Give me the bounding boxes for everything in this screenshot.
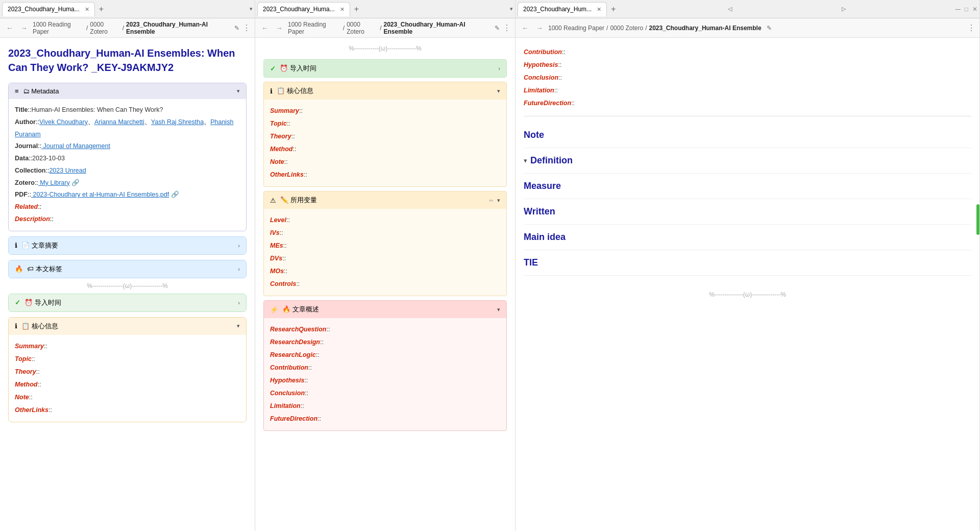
back-button-1[interactable]: ←: [4, 23, 15, 33]
breadcrumb-2-part-2: 0000 Zotero: [347, 21, 378, 35]
divider-1: %---------------(ω)---------------%: [8, 282, 247, 289]
p2-var-body: Level:: IVs:: MEs:: DVs:: MOs:: Controls…: [264, 209, 506, 296]
panel-2-content: %------------(ω)--------------% ✓ ⏰ 导入时间…: [255, 38, 515, 531]
nav-item-definition[interactable]: Definition: [530, 155, 573, 166]
tab-chevron-2[interactable]: ▾: [510, 6, 513, 12]
p2-summary-header[interactable]: ⚡ 🔥 文章概述 ▾: [264, 301, 506, 318]
core-chevron[interactable]: ▾: [237, 323, 240, 329]
tags-chevron[interactable]: ›: [238, 266, 240, 272]
import-header[interactable]: ✓ ⏰ 导入时间 ›: [9, 294, 246, 311]
scrollbar-thumb[interactable]: [976, 204, 979, 235]
p2-var-header[interactable]: ⚠ ✏️ 所用变量 ⇔ ▾: [264, 191, 506, 209]
more-button-2[interactable]: ⋮: [503, 23, 511, 33]
p2-import-chevron[interactable]: ›: [498, 65, 500, 71]
p2-field-summary: Summary::: [270, 105, 500, 117]
meta-pdf: PDF:: 2023-Choudhary et al-Human-AI Ense…: [15, 189, 240, 201]
core-section: ℹ 📋 核心信息 ▾ Summary:: Topic:: Theory:: Me…: [8, 317, 247, 422]
forward-button-2[interactable]: →: [274, 23, 285, 33]
tab-1-label: 2023_Choudhary_Huma...: [8, 6, 80, 13]
address-bar-3: ← → 1000 Reading Paper / 0000 Zotero / 2…: [516, 18, 979, 38]
tags-label: 🏷 本文标签: [27, 264, 62, 274]
p2-field-otherlinks: OtherLinks::: [270, 168, 500, 181]
nav-item-main-idea[interactable]: Main idea: [524, 225, 971, 250]
meta-desc: Description::: [15, 213, 240, 226]
breadcrumb-1: 1000 Reading Paper / 0000 Zotero / 2023_…: [33, 21, 229, 35]
tab-2[interactable]: 2023_Choudhary_Huma... ✕: [257, 2, 350, 16]
edit-icon-2[interactable]: ✎: [495, 25, 500, 32]
breadcrumb-current-1: 2023_Choudhary_Human-AI Ensemble: [126, 21, 229, 35]
abstract-chevron[interactable]: ›: [238, 243, 240, 249]
p2-check-icon: ✓: [270, 65, 276, 73]
abstract-section: ℹ 📄 文章摘要 ›: [8, 236, 247, 255]
tags-header[interactable]: 🔥 🏷 本文标签 ›: [9, 260, 246, 278]
p2-import-header[interactable]: ✓ ⏰ 导入时间 ›: [264, 60, 506, 77]
tab-3-close[interactable]: ✕: [597, 6, 601, 13]
edit-icon-3[interactable]: ✎: [767, 25, 772, 32]
tab-chevron-3-r[interactable]: ▷: [842, 6, 846, 12]
maximize-btn[interactable]: □: [965, 6, 968, 13]
core-info-icon: ℹ: [15, 322, 17, 330]
close-btn[interactable]: ✕: [972, 6, 977, 13]
p2-field-rd: ResearchDesign::: [270, 336, 500, 349]
tab-chevron-3-l[interactable]: ◁: [728, 6, 732, 12]
meta-collection: Collection::2023 Unread: [15, 165, 240, 177]
meta-title: Title::Human-AI Ensembles: When Can They…: [15, 104, 240, 116]
import-chevron[interactable]: ›: [238, 300, 240, 306]
metadata-header[interactable]: ≡ 🗂 Metadata ▾: [9, 83, 246, 99]
tab-chevron-1[interactable]: ▾: [250, 6, 253, 12]
forward-button-3[interactable]: →: [534, 23, 545, 33]
new-tab-button-1[interactable]: +: [97, 5, 106, 14]
tab-1-close[interactable]: ✕: [85, 6, 89, 13]
core-header[interactable]: ℹ 📋 核心信息 ▾: [9, 318, 246, 335]
tab-3[interactable]: 2023_Choudhary_Hum... ✕: [518, 2, 607, 16]
tab-2-close[interactable]: ✕: [340, 6, 345, 13]
nav-item-note[interactable]: Note: [524, 123, 971, 148]
core-body: Summary:: Topic:: Theory:: Method:: Note…: [9, 335, 246, 422]
definition-collapse-icon[interactable]: ▾: [524, 157, 527, 164]
list-icon: ≡: [15, 87, 19, 95]
p2-field-lim: Limitation::: [270, 400, 500, 413]
forward-button-1[interactable]: →: [18, 23, 30, 33]
nav-item-written[interactable]: Written: [524, 199, 971, 224]
info-icon: ℹ: [15, 242, 17, 249]
metadata-chevron[interactable]: ▾: [237, 88, 240, 94]
more-button-3[interactable]: ⋮: [967, 23, 975, 33]
p2-var-chevron[interactable]: ▾: [497, 197, 500, 204]
meta-author: Author::Vivek Choudhary、Arianna Marchett…: [15, 116, 240, 141]
field-summary: Summary::: [15, 340, 240, 353]
p2-core-chevron[interactable]: ▾: [497, 88, 500, 94]
address-bar-1: ← → 1000 Reading Paper / 0000 Zotero / 2…: [0, 18, 255, 38]
metadata-body: Title::Human-AI Ensembles: When Can They…: [9, 99, 246, 231]
p2-summary-label: 🔥 文章概述: [282, 305, 319, 314]
tab-3-label: 2023_Choudhary_Hum...: [523, 6, 592, 13]
back-button-3[interactable]: ←: [520, 23, 531, 33]
back-button-2[interactable]: ←: [259, 23, 271, 33]
abstract-label: 📄 文章摘要: [21, 241, 58, 250]
nav-item-measure[interactable]: Measure: [524, 174, 971, 199]
tab-bar-1: 2023_Choudhary_Huma... ✕ + ▾: [0, 0, 255, 18]
new-tab-button-3[interactable]: +: [609, 5, 618, 14]
p2-field-level: Level::: [270, 214, 500, 227]
p2-field-mos: MOs::: [270, 265, 500, 278]
p2-field-topic: Topic::: [270, 117, 500, 130]
metadata-section: ≡ 🗂 Metadata ▾ Title::Human-AI Ensembles…: [8, 83, 247, 231]
new-tab-button-2[interactable]: +: [352, 5, 361, 14]
check-icon: ✓: [15, 299, 20, 306]
more-button-1[interactable]: ⋮: [242, 23, 251, 33]
abstract-header[interactable]: ℹ 📄 文章摘要 ›: [9, 237, 246, 254]
edit-icon-1[interactable]: ✎: [234, 25, 239, 32]
tab-1[interactable]: 2023_Choudhary_Huma... ✕: [2, 2, 95, 16]
p2-summary-section: ⚡ 🔥 文章概述 ▾ ResearchQuestion:: ResearchDe…: [263, 300, 507, 431]
breadcrumb-2-current: 2023_Choudhary_Human-AI Ensemble: [384, 21, 490, 35]
meta-zotero: Zotero:: My Library 🔗: [15, 177, 240, 189]
minimize-btn[interactable]: ─: [955, 5, 961, 13]
p2-summary-chevron[interactable]: ▾: [497, 306, 500, 313]
address-bar-2: ← → 1000 Reading Paper / 0000 Zotero / 2…: [255, 18, 515, 38]
meta-journal: Journal:: Journal of Management: [15, 140, 240, 153]
tab-bar-3: 2023_Choudhary_Hum... ✕ + ◁ ▷ ─ □ ✕: [516, 0, 979, 18]
p2-core-header[interactable]: ℹ 📋 核心信息 ▾: [264, 82, 506, 100]
p2-field-dvs: DVs::: [270, 252, 500, 265]
panel-1-content: 2023_Choudhary_Human-AI Ensembles: When …: [0, 38, 255, 531]
nav-item-tie[interactable]: TIE: [524, 250, 971, 275]
p3-top-links: Contribution:: Hypothesis:: Conclusion::…: [524, 46, 971, 110]
